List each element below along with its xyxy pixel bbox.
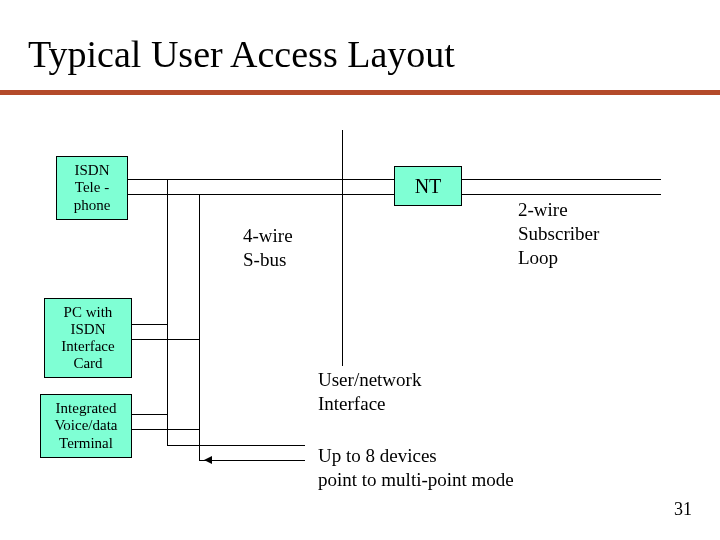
wire-nt-loop-bot	[461, 194, 661, 195]
node-pc-isdn-card-label: PC with ISDN Interface Card	[57, 302, 118, 375]
wire-term-to-bus-bot	[128, 429, 200, 430]
wire-isdn-to-bus-top	[128, 179, 394, 180]
wire-pc-to-bus-bot	[128, 339, 200, 340]
page-number: 31	[674, 499, 692, 520]
wire-bottom-bot	[199, 460, 305, 461]
node-isdn-telephone: ISDN Tele - phone	[56, 156, 128, 220]
wire-nt-loop-top	[461, 179, 661, 180]
wire-pc-to-bus-top	[128, 324, 168, 325]
uni-boundary	[342, 130, 343, 366]
label-multipoint-note: Up to 8 devices point to multi-point mod…	[318, 444, 514, 492]
node-integrated-terminal: Integrated Voice/data Terminal	[40, 394, 132, 458]
title-underline	[0, 90, 720, 95]
label-subscriber-loop: 2-wire Subscriber Loop	[518, 198, 599, 269]
page-title: Typical User Access Layout	[28, 34, 455, 76]
sbus-vertical-right	[199, 194, 200, 460]
label-sbus: 4-wire S-bus	[243, 224, 293, 272]
node-nt: NT	[394, 166, 462, 206]
slide: Typical User Access Layout ISDN Tele - p…	[0, 0, 720, 540]
wire-isdn-to-bus-bot	[128, 194, 394, 195]
sbus-vertical-left	[167, 179, 168, 445]
node-integrated-terminal-label: Integrated Voice/data Terminal	[50, 398, 121, 454]
wire-term-to-bus-top	[128, 414, 168, 415]
node-isdn-telephone-label: ISDN Tele - phone	[70, 160, 115, 216]
wire-bottom-top	[167, 445, 305, 446]
node-nt-label: NT	[411, 173, 446, 200]
node-pc-isdn-card: PC with ISDN Interface Card	[44, 298, 132, 378]
label-user-network-interface: User/network Interface	[318, 368, 421, 416]
